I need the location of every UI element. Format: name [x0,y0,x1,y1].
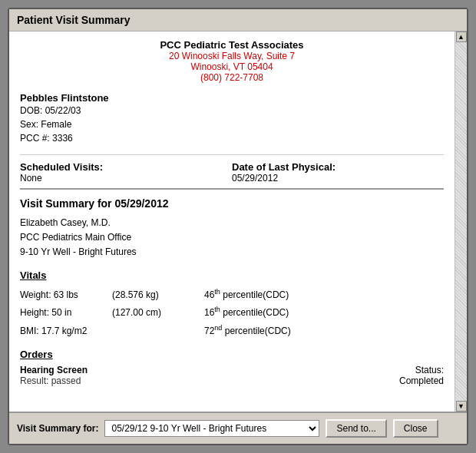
vital-row-bmi: BMI: 17.7 kg/m2 72nd percentile(CDC) [20,322,444,340]
order-row: Hearing Screen Result: passed Status: Co… [20,365,444,386]
scheduled-section: Scheduled Visits: None Date of Last Phys… [20,154,444,184]
main-content: PCC Pediatric Test Associates 20 Winoosk… [9,31,455,412]
vital-row-height: Height: 50 in (127.00 cm) 16th percentil… [20,303,444,322]
practice-address1: 20 Winooski Falls Way, Suite 7 [20,51,444,61]
patient-name: Pebbles Flintstone [20,92,444,104]
visit-title: Visit Summary for 05/29/2012 [20,197,444,210]
content-area: PCC Pediatric Test Associates 20 Winoosk… [9,31,467,412]
provider-info: Elizabeth Casey, M.D. PCC Pediatrics Mai… [20,216,444,260]
footer-label: Visit Summary for: [17,423,98,434]
vital-row-weight: Weight: 63 lbs (28.576 kg) 46th percenti… [20,286,444,304]
scheduled-visits: Scheduled Visits: None [20,161,232,184]
last-physical: Date of Last Physical: 05/29/2012 [232,161,444,184]
visit-type: 9-10 Yr Well - Bright Futures [20,245,444,260]
scroll-track[interactable] [455,42,467,401]
bmi-percentile: 72nd percentile(CDC) [204,322,444,340]
height-name: Height: 50 in [20,305,112,322]
weight-metric: (28.576 kg) [112,287,204,304]
visit-select[interactable]: 05/29/12 9-10 Yr Well - Bright Futures [105,421,319,436]
practice-phone: (800) 722-7708 [20,72,444,83]
visit-select-wrapper[interactable]: 05/29/12 9-10 Yr Well - Bright Futures [104,420,319,437]
scrollbar[interactable]: ▲ ▼ [455,31,467,412]
order-status: Status: Completed [399,365,444,386]
provider-office: PCC Pediatrics Main Office [20,230,444,245]
patient-pcc: PCC #: 3336 [20,131,444,145]
patient-dob: DOB: 05/22/03 [20,104,444,117]
practice-name: PCC Pediatric Test Associates [20,39,444,51]
patient-visit-summary-window: Patient Visit Summary PCC Pediatric Test… [8,8,468,445]
practice-header: PCC Pediatric Test Associates 20 Winoosk… [20,39,444,83]
orders-section: Orders Hearing Screen Result: passed Sta… [20,349,444,386]
order-info: Hearing Screen Result: passed [20,365,399,386]
height-percentile: 16th percentile(CDC) [204,303,444,322]
patient-info: Pebbles Flintstone DOB: 05/22/03 Sex: Fe… [20,92,444,145]
close-button[interactable]: Close [393,419,438,438]
vitals-section: Vitals Weight: 63 lbs (28.576 kg) 46th p… [20,269,444,340]
scroll-up-button[interactable]: ▲ [456,31,467,42]
footer-bar: Visit Summary for: 05/29/12 9-10 Yr Well… [9,412,467,444]
title-text: Patient Visit Summary [17,14,131,26]
status-value: Completed [399,375,444,386]
weight-name: Weight: 63 lbs [20,287,112,304]
orders-label: Orders [20,349,444,360]
scroll-down-button[interactable]: ▼ [456,401,467,412]
weight-percentile: 46th percentile(CDC) [204,286,444,304]
practice-address2: Winooski, VT 05404 [20,61,444,72]
order-result: Result: passed [20,375,399,386]
provider-name: Elizabeth Casey, M.D. [20,216,444,230]
order-name: Hearing Screen [20,365,399,375]
status-label: Status: [399,365,444,375]
height-metric: (127.00 cm) [112,305,204,322]
send-to-button[interactable]: Send to... [326,419,386,438]
vitals-label: Vitals [20,269,444,281]
visit-section: Visit Summary for 05/29/2012 Elizabeth C… [20,188,444,386]
window-title: Patient Visit Summary [9,9,467,31]
patient-sex: Sex: Female [20,117,444,131]
bmi-name: BMI: 17.7 kg/m2 [20,323,112,340]
